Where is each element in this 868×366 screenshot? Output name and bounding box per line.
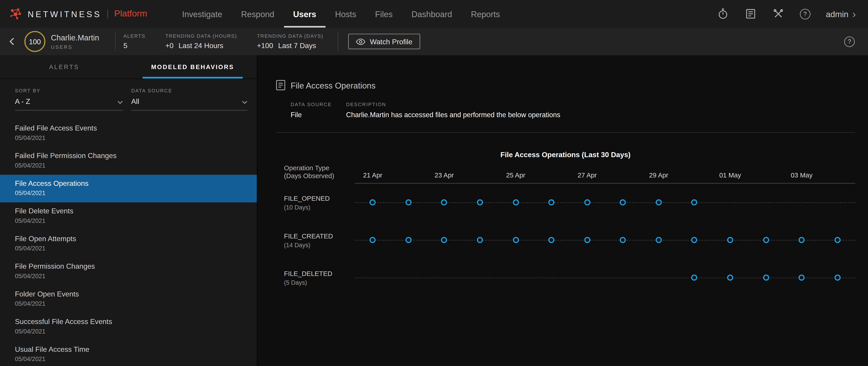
tab-alerts[interactable]: ALERTS [0, 55, 128, 78]
row-label: FILE_CREATED(14 Days) [276, 221, 355, 259]
filter-data-source: DATA SOURCEAll [131, 88, 247, 110]
list-item-file-access-operations[interactable]: File Access Operations05/04/2021 [0, 175, 257, 202]
filter-select-sort-by[interactable]: A - Z [15, 97, 123, 111]
nav-item-reports[interactable]: Reports [462, 0, 509, 28]
watch-profile-button[interactable]: Watch Profile [348, 34, 420, 49]
nav-item-files[interactable]: Files [366, 0, 402, 28]
profile-stats: ALERTS5TRENDING DATA (HOURS)+0Last 24 Ho… [123, 33, 323, 50]
axis-tick: 27 Apr [578, 171, 597, 179]
item-title: File Permission Changes [15, 262, 242, 270]
nav-item-respond[interactable]: Respond [232, 0, 284, 28]
series-name: FILE_OPENED [284, 194, 355, 202]
chart-row-header: Operation Type (Days Observed) [276, 160, 355, 184]
item-title: File Delete Events [15, 207, 242, 215]
item-title: Failed File Access Events [15, 124, 242, 132]
tab-modeled-behaviors[interactable]: MODELED BEHAVIORS [128, 55, 257, 78]
brand-product: Platform [114, 9, 147, 19]
chevron-right-icon: › [852, 8, 856, 19]
risk-score-badge[interactable]: 100 [24, 31, 45, 52]
item-title: Failed File Permission Changes [15, 152, 242, 160]
data-source-value: File [291, 111, 332, 119]
filter-selected-value: A - Z [15, 97, 30, 106]
row-label: FILE_DELETED(5 Days) [276, 259, 355, 296]
description-value: Charlie.Martin has accessed files and pe… [346, 111, 560, 119]
active-tab-underline [143, 77, 243, 78]
data-point-dot [584, 237, 590, 243]
data-point-dot [834, 237, 840, 243]
tools-icon[interactable] [772, 8, 784, 20]
item-title: File Open Attempts [15, 234, 242, 243]
panel-heading: File Access Operations [276, 80, 855, 91]
sidebar: ALERTSMODELED BEHAVIORS SORT BYA - ZDATA… [0, 55, 257, 366]
brand[interactable]: NETWITNESS Platform [0, 0, 147, 28]
item-date: 05/04/2021 [15, 328, 242, 334]
stat-detail: Last 7 Days [278, 41, 316, 50]
stat-label: TRENDING DATA (DAYS) [257, 33, 323, 39]
data-point-dot [441, 199, 447, 205]
nav-item-dashboard[interactable]: Dashboard [402, 0, 462, 28]
profile-type-label: USERS [51, 44, 115, 50]
data-point-dot [370, 199, 376, 205]
data-point-dot [691, 274, 698, 281]
data-point-dot [405, 199, 411, 205]
list-item-failed-file-access-events[interactable]: Failed File Access Events05/04/2021 [0, 120, 257, 147]
nav-item-users[interactable]: Users [284, 0, 326, 28]
list-item-folder-open-events[interactable]: Folder Open Events05/04/2021 [0, 286, 257, 313]
vertical-divider [115, 32, 116, 51]
data-point-dot [477, 199, 483, 205]
list-item-file-permission-changes[interactable]: File Permission Changes05/04/2021 [0, 258, 257, 285]
list-item-successful-file-access-events[interactable]: Successful File Access Events05/04/2021 [0, 313, 257, 340]
horizontal-divider [276, 132, 855, 133]
nav-item-investigate[interactable]: Investigate [173, 0, 232, 28]
chevron-down-icon [117, 97, 123, 106]
data-point-dot [620, 237, 626, 243]
filter-select-data-source[interactable]: All [131, 97, 247, 111]
user-menu[interactable]: admin › [826, 8, 856, 19]
timer-icon[interactable] [717, 8, 729, 20]
series-days-observed: (5 Days) [284, 279, 355, 286]
topnav-actions: ? admin › [717, 0, 868, 28]
item-date: 05/04/2021 [15, 217, 242, 224]
data-point-dot [513, 199, 519, 205]
list-item-usual-file-access-time[interactable]: Usual File Access Time05/04/2021 [0, 341, 257, 366]
report-icon[interactable] [744, 8, 756, 20]
axis-tick: 03 May [791, 171, 812, 179]
axis-tick: 29 Apr [649, 171, 668, 179]
list-item-failed-file-permission-changes[interactable]: Failed File Permission Changes05/04/2021 [0, 147, 257, 174]
list-item-file-open-attempts[interactable]: File Open Attempts05/04/2021 [0, 230, 257, 258]
data-point-dot [584, 199, 590, 205]
data-point-dot [799, 237, 805, 243]
detail-panel: File Access Operations DATA SOURCE File … [257, 55, 868, 366]
back-button[interactable] [0, 37, 24, 46]
data-point-dot [441, 237, 447, 243]
series-days-observed: (14 Days) [284, 241, 355, 248]
primary-nav: InvestigateRespondUsersHostsFilesDashboa… [173, 0, 509, 28]
data-source-field: DATA SOURCE File [291, 102, 332, 119]
item-title: Folder Open Events [15, 290, 242, 298]
item-date: 05/04/2021 [15, 356, 242, 362]
tab-label: MODELED BEHAVIORS [151, 64, 234, 70]
data-point-dot [763, 237, 769, 243]
help-icon[interactable]: ? [800, 8, 810, 19]
series-name: FILE_DELETED [284, 270, 355, 277]
panel-title: File Access Operations [291, 80, 376, 90]
item-date: 05/04/2021 [15, 300, 242, 307]
netwitness-logo-icon [9, 6, 23, 21]
stat-trending-data-days: TRENDING DATA (DAYS)+100Last 7 Days [257, 33, 323, 50]
vertical-divider [338, 32, 338, 51]
data-point-dot [834, 274, 840, 281]
eye-icon [356, 38, 366, 45]
stat-label: ALERTS [123, 33, 145, 39]
chart-row-file-opened: FILE_OPENED(10 Days) [276, 184, 855, 221]
user-label: admin [826, 9, 848, 19]
stat-label: TRENDING DATA (HOURS) [165, 33, 237, 39]
list-item-file-delete-events[interactable]: File Delete Events05/04/2021 [0, 202, 257, 230]
row-header-line1: Operation Type [284, 164, 355, 172]
nav-item-hosts[interactable]: Hosts [326, 0, 366, 28]
row-plot [355, 259, 855, 296]
item-date: 05/04/2021 [15, 134, 242, 141]
item-title: Usual File Access Time [15, 345, 242, 353]
data-point-dot [477, 237, 483, 243]
top-nav: NETWITNESS Platform InvestigateRespondUs… [0, 0, 868, 28]
help-icon[interactable]: ? [844, 36, 855, 47]
